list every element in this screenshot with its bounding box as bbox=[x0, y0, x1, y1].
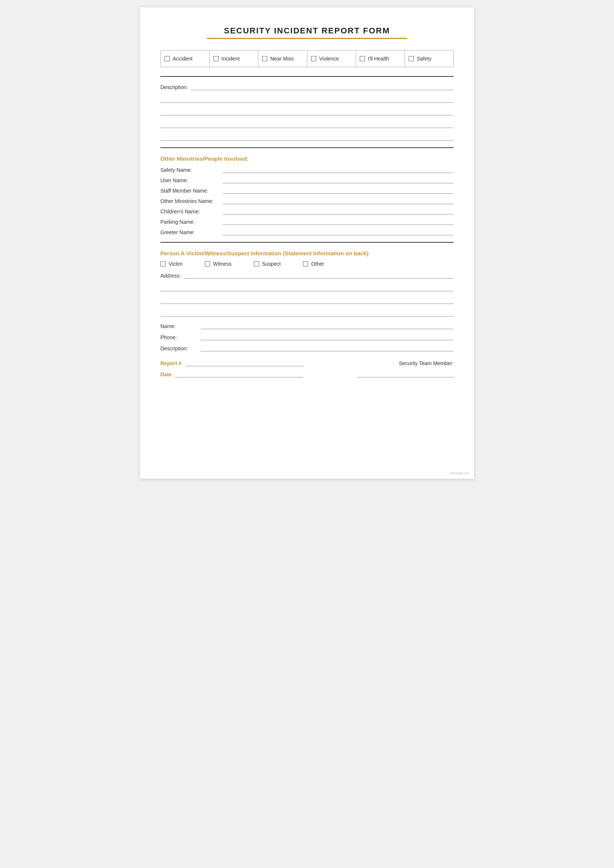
staff-member-row: Staff Member Name: bbox=[160, 186, 454, 194]
near-miss-label: Near Miss bbox=[270, 56, 294, 62]
description-first-line: Description: bbox=[160, 83, 454, 90]
address-line-3[interactable] bbox=[160, 296, 454, 304]
checkbox-accident[interactable]: Accident bbox=[161, 50, 210, 67]
violence-label: Violence bbox=[319, 56, 339, 62]
address-section: Address: bbox=[160, 271, 454, 316]
report-label: Report # bbox=[160, 360, 181, 366]
top-divider bbox=[160, 76, 454, 77]
address-input-line[interactable] bbox=[184, 271, 454, 279]
safety-name-label: Safety Name: bbox=[160, 167, 220, 173]
other-ministries-heading: Other Ministries/People Involved: bbox=[160, 155, 454, 162]
description-extra-lines bbox=[160, 95, 454, 141]
name-input[interactable] bbox=[200, 322, 454, 329]
phone-label: Phone: bbox=[160, 334, 197, 340]
suspect-checkbox[interactable] bbox=[254, 261, 259, 267]
staff-member-label: Staff Member Name: bbox=[160, 188, 220, 194]
suspect-item[interactable]: Suspect bbox=[254, 261, 281, 267]
description-label: Description: bbox=[160, 84, 188, 90]
form-page: SECURITY INCIDENT REPORT FORM Accident I… bbox=[140, 8, 474, 479]
safety-checkbox[interactable] bbox=[409, 56, 414, 61]
ill-health-label: I'll Health bbox=[368, 56, 389, 62]
other-checkbox[interactable] bbox=[303, 261, 308, 267]
title-underline bbox=[207, 38, 407, 39]
footer-right: Security Team Member: bbox=[311, 360, 454, 377]
greeter-name-label: Greeter Name: bbox=[160, 229, 220, 235]
desc-line-5[interactable] bbox=[160, 133, 454, 141]
desc-line-2[interactable] bbox=[160, 95, 454, 103]
description-section: Description: bbox=[160, 83, 454, 141]
address-first-line: Address: bbox=[160, 271, 454, 279]
safety-label: Safety bbox=[417, 56, 432, 62]
accident-checkbox[interactable] bbox=[164, 56, 170, 61]
description2-field-row: Description: bbox=[160, 344, 454, 352]
greeter-name-row: Greeter Name: bbox=[160, 228, 454, 235]
childrens-name-row: Children's Name: bbox=[160, 207, 454, 214]
user-name-row: User Name: bbox=[160, 176, 454, 183]
safety-name-row: Safety Name: bbox=[160, 166, 454, 173]
checkbox-incident[interactable]: Incident bbox=[210, 50, 259, 67]
ill-health-checkbox[interactable] bbox=[360, 56, 365, 61]
description-divider bbox=[160, 147, 454, 148]
security-team-label: Security Team Member: bbox=[399, 360, 454, 366]
address-label: Address: bbox=[160, 273, 181, 279]
victim-item[interactable]: Victim bbox=[160, 261, 183, 267]
violence-checkbox[interactable] bbox=[311, 56, 316, 61]
name-label: Name: bbox=[160, 323, 197, 329]
parking-name-row: Parking Name: bbox=[160, 217, 454, 225]
parking-name-input[interactable] bbox=[223, 217, 454, 225]
other-item[interactable]: Other bbox=[303, 261, 324, 267]
checkbox-ill-health[interactable]: I'll Health bbox=[356, 50, 405, 67]
description2-label: Description: bbox=[160, 346, 197, 352]
phone-input[interactable] bbox=[200, 333, 454, 340]
desc-line-4[interactable] bbox=[160, 121, 454, 128]
person-type-row: Victim Witness Suspect Other bbox=[160, 261, 454, 267]
incident-type-row: Accident Incident Near Miss Violence I'l… bbox=[160, 50, 454, 67]
security-team-input[interactable] bbox=[357, 370, 454, 377]
victim-checkbox[interactable] bbox=[160, 261, 166, 267]
phone-field-row: Phone: bbox=[160, 333, 454, 340]
address-line-2[interactable] bbox=[160, 284, 454, 291]
footer-row: Report # Date Security Team Member: bbox=[160, 359, 454, 377]
name-fields-section: Safety Name: User Name: Staff Member Nam… bbox=[160, 166, 454, 235]
accident-label: Accident bbox=[173, 56, 193, 62]
ministries-divider bbox=[160, 242, 454, 243]
greeter-name-input[interactable] bbox=[223, 228, 454, 235]
person-section-heading: Person A-Victim/Witness/Suspect Informat… bbox=[160, 250, 454, 256]
page-title: SECURITY INCIDENT REPORT FORM bbox=[160, 26, 454, 36]
witness-checkbox[interactable] bbox=[205, 261, 210, 267]
address-line-4[interactable] bbox=[160, 309, 454, 316]
near-miss-checkbox[interactable] bbox=[262, 56, 267, 61]
childrens-name-label: Children's Name: bbox=[160, 209, 220, 214]
incident-label: Incident bbox=[222, 56, 240, 62]
checkbox-near-miss[interactable]: Near Miss bbox=[258, 50, 307, 67]
other-ministries-label: Other Ministries Name: bbox=[160, 198, 220, 204]
parking-name-label: Parking Name: bbox=[160, 219, 220, 225]
safety-name-input[interactable] bbox=[223, 166, 454, 173]
incident-checkbox[interactable] bbox=[214, 56, 219, 61]
staff-member-input[interactable] bbox=[223, 186, 454, 194]
desc-line-3[interactable] bbox=[160, 108, 454, 115]
footer-left: Report # Date bbox=[160, 359, 303, 377]
user-name-input[interactable] bbox=[223, 176, 454, 183]
description-input-line[interactable] bbox=[191, 83, 454, 90]
date-input[interactable] bbox=[175, 370, 303, 377]
date-label: Date bbox=[160, 372, 172, 377]
name-field-row: Name: bbox=[160, 322, 454, 329]
description2-input[interactable] bbox=[200, 344, 454, 352]
victim-label: Victim bbox=[169, 261, 183, 267]
other-ministries-row: Other Ministries Name: bbox=[160, 197, 454, 204]
report-input[interactable] bbox=[185, 359, 303, 366]
witness-label: Witness bbox=[213, 261, 232, 267]
user-name-label: User Name: bbox=[160, 177, 220, 183]
suspect-label: Suspect bbox=[262, 261, 281, 267]
watermark: Template.net bbox=[450, 471, 469, 475]
checkbox-safety[interactable]: Safety bbox=[405, 50, 454, 67]
other-ministries-input[interactable] bbox=[223, 197, 454, 204]
other-label: Other bbox=[311, 261, 324, 267]
checkbox-violence[interactable]: Violence bbox=[307, 50, 357, 67]
witness-item[interactable]: Witness bbox=[205, 261, 232, 267]
bottom-fields: Name: Phone: Description: bbox=[160, 322, 454, 352]
childrens-name-input[interactable] bbox=[223, 207, 454, 214]
